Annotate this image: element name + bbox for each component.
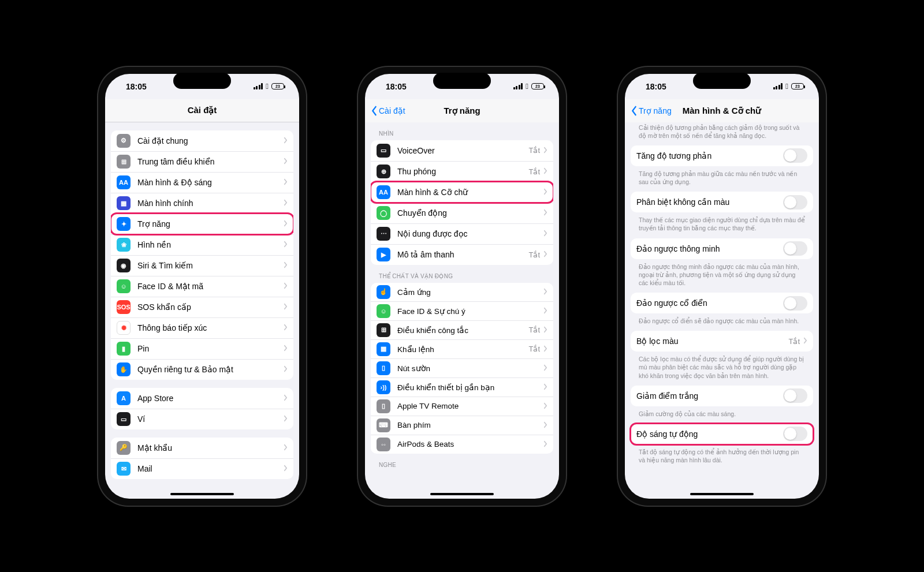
settings-row[interactable]: Đảo ngược cổ điển [631, 293, 813, 313]
settings-row[interactable]: ✋ Quyền riêng tư & Bảo mật [111, 359, 293, 380]
status-time: 18:05 [126, 82, 147, 91]
row-note: Tắt độ sáng tự động có thể ảnh hưởng đến… [631, 444, 813, 464]
status-time: 18:05 [646, 82, 666, 91]
settings-row[interactable]: ▯ Nút sườn [371, 358, 553, 377]
settings-row[interactable]: ▭ VoiceOver Tắt [371, 140, 553, 161]
settings-row[interactable]: ◯ Chuyển động [371, 203, 553, 223]
settings-row[interactable]: ›)) Điều khiển thiết bị gần bạn [371, 377, 553, 397]
settings-row[interactable]: Giảm điểm trắng [631, 386, 813, 406]
row-label: App Store [137, 394, 284, 403]
settings-row[interactable]: Phân biệt không cần màu [631, 192, 813, 212]
phone-settings: 18:05 􀙇 23 Cài đặt ⚙ Cài đặt chung ⊞ Tru… [98, 67, 306, 506]
row-label: Thông báo tiếp xúc [137, 323, 284, 332]
toggle-switch[interactable] [783, 296, 807, 311]
settings-row[interactable]: ⚙ Cài đặt chung [111, 130, 293, 151]
section-header: NGHE [371, 462, 553, 472]
settings-row[interactable]: ▭ Ví [111, 409, 293, 429]
settings-row[interactable]: 🔑 Mật khẩu [111, 438, 293, 458]
settings-row[interactable]: ☺ Face ID & Sự chú ý [371, 301, 553, 320]
chevron-right-icon [284, 302, 288, 312]
settings-row[interactable]: ⊞ Trung tâm điều khiển [111, 151, 293, 172]
row-icon: A [117, 391, 131, 405]
toggle-switch[interactable] [783, 148, 807, 163]
row-icon: ✦ [117, 217, 131, 231]
settings-row[interactable]: AA Màn hình & Cỡ chữ [371, 182, 553, 203]
home-indicator[interactable] [690, 493, 754, 495]
battery-icon: 23 [531, 83, 544, 89]
row-icon: ◦◦ [377, 438, 390, 451]
settings-row[interactable]: ❀ Hình nền [111, 234, 293, 255]
row-label: Đảo ngược thông minh [636, 244, 783, 253]
chevron-right-icon [543, 306, 547, 316]
settings-row[interactable]: AA Màn hình & Độ sáng [111, 172, 293, 193]
row-note: Các bộ lọc màu có thể được sử dụng để gi… [631, 352, 813, 380]
chevron-right-icon [284, 219, 288, 229]
row-value: Tắt [788, 337, 800, 346]
row-label: AirPods & Beats [397, 440, 543, 448]
signal-icon [773, 83, 783, 89]
row-label: Khẩu lệnh [397, 345, 528, 354]
toggle-switch[interactable] [783, 427, 807, 441]
row-label: Cảm ứng [397, 287, 543, 297]
chevron-right-icon [543, 287, 547, 297]
chevron-right-icon [284, 343, 288, 354]
wifi-icon: 􀙇 [526, 82, 528, 91]
home-indicator[interactable] [430, 493, 494, 495]
intro-text: Cải thiện độ tương phản bằng cách giảm đ… [631, 122, 813, 140]
row-label: Điều khiển công tắc [397, 326, 528, 335]
settings-row[interactable]: ☺ Face ID & Mật mã [111, 276, 293, 297]
settings-row[interactable]: ▮ Pin [111, 338, 293, 359]
settings-row[interactable]: ◉ Siri & Tìm kiếm [111, 255, 293, 276]
settings-row[interactable]: ✦ Trợ năng [111, 214, 293, 234]
settings-row[interactable]: ✺ Thông báo tiếp xúc [111, 317, 293, 338]
settings-row[interactable]: Tăng độ tương phản [631, 145, 813, 166]
row-label: Điều khiển thiết bị gần bạn [397, 383, 543, 392]
settings-row[interactable]: SOS SOS khẩn cấp [111, 297, 293, 317]
settings-row[interactable]: Độ sáng tự động [631, 424, 813, 444]
settings-row[interactable]: ▦ Màn hình chính [111, 193, 293, 214]
toggle-switch[interactable] [783, 241, 807, 256]
settings-row[interactable]: ◦◦ AirPods & Beats [371, 435, 553, 454]
back-button[interactable]: Trợ năng [631, 99, 672, 122]
row-label: Hình nền [137, 240, 284, 249]
chevron-right-icon [284, 443, 288, 453]
chevron-right-icon [543, 401, 547, 412]
toggle-switch[interactable] [783, 388, 807, 403]
settings-row[interactable]: Đảo ngược thông minh [631, 238, 813, 259]
back-button[interactable]: Cài đặt [371, 99, 405, 122]
row-label: Ví [137, 414, 284, 424]
row-icon: ✉ [117, 462, 131, 476]
battery-icon: 23 [271, 83, 284, 89]
battery-icon: 23 [791, 83, 804, 89]
settings-row[interactable]: ▦ Khẩu lệnh Tắt [371, 339, 553, 358]
row-icon: ▭ [377, 144, 390, 158]
row-label: VoiceOver [397, 146, 528, 155]
home-indicator[interactable] [170, 493, 234, 495]
settings-row[interactable]: ⊕ Thu phóng Tắt [371, 161, 553, 182]
nav-bar: Cài đặt [105, 99, 299, 122]
toggle-switch[interactable] [783, 195, 807, 210]
chevron-right-icon [543, 187, 547, 197]
page-title: Trợ năng [444, 106, 480, 116]
settings-row[interactable]: Bộ lọc màu Tắt [631, 331, 813, 352]
row-value: Tắt [528, 251, 540, 259]
row-note: Đảo ngược cổ điển sẽ đảo ngược các màu c… [631, 313, 813, 325]
dynamic-island [693, 73, 751, 89]
settings-row[interactable]: ⊞ Điều khiển công tắc Tắt [371, 320, 553, 339]
settings-row[interactable]: ✉ Mail [111, 458, 293, 479]
settings-row[interactable]: ▶ Mô tả âm thanh Tắt [371, 244, 553, 265]
settings-row[interactable]: ▯ Apple TV Remote [371, 397, 553, 416]
settings-row[interactable]: ⋯ Nội dung được đọc [371, 223, 553, 244]
back-label: Cài đặt [379, 106, 405, 115]
settings-row[interactable]: ⌨ Bàn phím [371, 416, 553, 435]
row-label: Màn hình & Độ sáng [137, 178, 284, 187]
page-title: Màn hình & Cỡ chữ [683, 106, 762, 116]
row-icon: ⊞ [117, 155, 131, 169]
row-label: Face ID & Mật mã [137, 282, 284, 291]
settings-row[interactable]: ☝ Cảm ứng [371, 283, 553, 301]
nav-bar: Cài đặt Trợ năng [365, 99, 559, 122]
chevron-right-icon [543, 420, 547, 431]
chevron-right-icon [543, 229, 547, 239]
wifi-icon: 􀙇 [266, 82, 269, 91]
settings-row[interactable]: A App Store [111, 388, 293, 409]
